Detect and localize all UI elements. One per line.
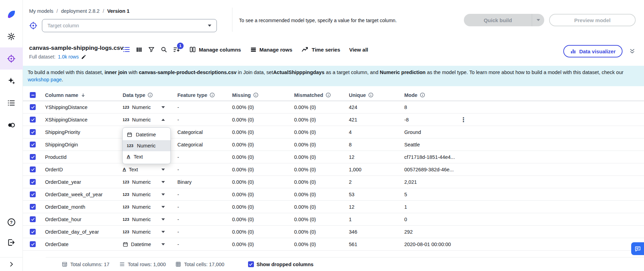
rows-count-link[interactable]: 1.0k rows: [58, 54, 79, 60]
quick-build-dropdown-button[interactable]: [532, 14, 544, 26]
sidebar-item-models[interactable]: [0, 47, 23, 70]
column-header-feature-type[interactable]: Feature type: [177, 92, 232, 98]
data-type-select[interactable]: 123Numeric: [123, 229, 168, 235]
unique-cell: 1: [349, 217, 404, 222]
table-row-XShippingDistance: XShippingDistance123Numeric-0.00% (0)0.0…: [23, 114, 644, 126]
sidebar-item-help[interactable]: ?: [0, 212, 23, 232]
info-icon[interactable]: [148, 92, 153, 98]
dropdown-option-datetime[interactable]: Datetime: [123, 129, 170, 140]
chat-button[interactable]: [631, 242, 644, 255]
total-cells-item: Total cells: 17,000: [175, 261, 224, 267]
row-checkbox[interactable]: [30, 179, 36, 185]
column-name-cell: XShippingDistance: [45, 117, 123, 123]
sort-button[interactable]: 1: [173, 46, 180, 53]
data-type-select[interactable]: 123Numeric: [123, 117, 168, 123]
row-checkbox[interactable]: [30, 104, 36, 110]
unique-cell: 346: [349, 229, 404, 235]
data-type-select[interactable]: 123Numeric: [123, 192, 168, 197]
sort-descending-icon[interactable]: [81, 93, 86, 98]
row-checkbox[interactable]: [30, 204, 36, 210]
view-all-button[interactable]: View all: [349, 47, 368, 53]
manage-columns-button[interactable]: Manage columns: [189, 46, 241, 53]
row-checkbox[interactable]: [30, 229, 36, 235]
table-row-OrderDate_month: OrderDate_month123Numeric-0.00% (0)0.00%…: [23, 201, 644, 213]
build-model-banner: To build a model with this dataset, inne…: [23, 66, 644, 86]
app-logo[interactable]: [0, 3, 23, 25]
workshop-page-link[interactable]: workshop page: [28, 77, 62, 82]
sidebar-item-datasets[interactable]: [0, 92, 23, 114]
row-actions-button[interactable]: ⋮: [458, 116, 469, 124]
breadcrumb-deployment[interactable]: deployment 2.8.2: [61, 8, 99, 14]
data-type-select[interactable]: Datetime: [123, 242, 168, 247]
row-checkbox[interactable]: [30, 166, 36, 172]
manage-rows-button[interactable]: Manage rows: [250, 46, 292, 53]
column-header-column-name[interactable]: Column name: [45, 92, 123, 98]
row-checkbox[interactable]: [30, 241, 36, 247]
search-button[interactable]: [160, 46, 167, 53]
sidebar-item-logout[interactable]: [0, 232, 23, 252]
column-header-data-type[interactable]: Data type: [123, 92, 177, 98]
data-type-select[interactable]: 123Numeric: [123, 105, 168, 110]
select-all-checkbox[interactable]: [30, 92, 36, 98]
collapse-panel-button[interactable]: [629, 48, 636, 55]
row-checkbox[interactable]: [30, 154, 36, 160]
chevron-down-icon: [537, 19, 540, 21]
sidebar-item-settings[interactable]: [0, 25, 23, 47]
preview-model-button[interactable]: Preview model: [549, 14, 636, 26]
feature-type-cell: -: [177, 154, 232, 160]
filter-button[interactable]: [148, 46, 155, 53]
mode-cell: -8⋮: [404, 117, 644, 123]
feature-type-cell: Categorical: [177, 142, 232, 147]
column-header-missing[interactable]: Missing: [232, 92, 294, 98]
show-dropped-label: Show dropped columns: [257, 262, 314, 267]
column-name-cell: OrderDate_hour: [45, 217, 123, 222]
table-view-button[interactable]: [123, 46, 130, 53]
time-series-button[interactable]: Time series: [301, 46, 340, 53]
missing-cell: 0.00% (0): [232, 154, 294, 160]
feature-type-cell: -: [177, 105, 232, 110]
chat-bubble-icon: [634, 245, 641, 252]
row-checkbox[interactable]: [30, 117, 36, 123]
numeric-type-icon: 123: [123, 105, 129, 109]
dropdown-option-text[interactable]: AText: [123, 151, 170, 162]
sidebar-item-custom-models[interactable]: [0, 70, 23, 92]
logout-icon: [7, 238, 16, 247]
total-rows-item: Total rows: 1,000: [119, 261, 166, 267]
row-checkbox[interactable]: [30, 191, 36, 197]
sidebar-item-automations[interactable]: [0, 114, 23, 136]
quick-build-button[interactable]: Quick build: [464, 14, 532, 26]
data-visualizer-button[interactable]: Data visualizer: [563, 45, 623, 57]
data-type-select[interactable]: 123Numeric: [123, 204, 168, 210]
row-checkbox[interactable]: [30, 216, 36, 222]
info-icon[interactable]: [210, 92, 215, 98]
data-type-select[interactable]: AText: [123, 167, 168, 172]
row-checkbox[interactable]: [30, 142, 36, 147]
info-icon[interactable]: [420, 92, 425, 98]
unique-cell: 4: [349, 129, 404, 135]
missing-cell: 0.00% (0): [232, 217, 294, 222]
data-type-select[interactable]: 123Numeric: [123, 217, 168, 222]
table-row-YShippingDistance: YShippingDistance123Numeric-0.00% (0)0.0…: [23, 101, 644, 114]
target-column-select[interactable]: Target column: [42, 19, 217, 32]
chevron-up-icon: [161, 119, 165, 121]
info-icon[interactable]: [326, 92, 331, 98]
info-icon[interactable]: [253, 92, 258, 98]
info-icon[interactable]: [368, 92, 373, 98]
grid-view-button[interactable]: [136, 46, 142, 53]
show-dropped-checkbox[interactable]: [248, 261, 254, 267]
row-checkbox[interactable]: [30, 129, 36, 135]
numeric-type-icon: 123: [123, 192, 129, 197]
sidebar-expand-button[interactable]: [0, 257, 23, 271]
column-header-unique[interactable]: Unique: [349, 92, 404, 98]
column-header-mode[interactable]: Mode: [404, 92, 644, 98]
main-content: My models / deployment 2.8.2 / Version 1…: [23, 0, 644, 271]
data-type-select[interactable]: 123Numeric: [123, 179, 168, 185]
mismatched-cell: 0.00% (0): [294, 192, 349, 197]
column-header-mismatched[interactable]: Mismatched: [294, 92, 349, 98]
table-footer: Total columns: 17 Total rows: 1,000 Tota…: [46, 257, 644, 271]
breadcrumb-my-models[interactable]: My models: [29, 8, 53, 14]
unique-cell: 561: [349, 242, 404, 247]
edit-pencil-icon[interactable]: [81, 54, 86, 60]
dropdown-option-numeric[interactable]: 123Numeric: [123, 140, 170, 151]
mode-cell: 2,021: [404, 179, 644, 185]
